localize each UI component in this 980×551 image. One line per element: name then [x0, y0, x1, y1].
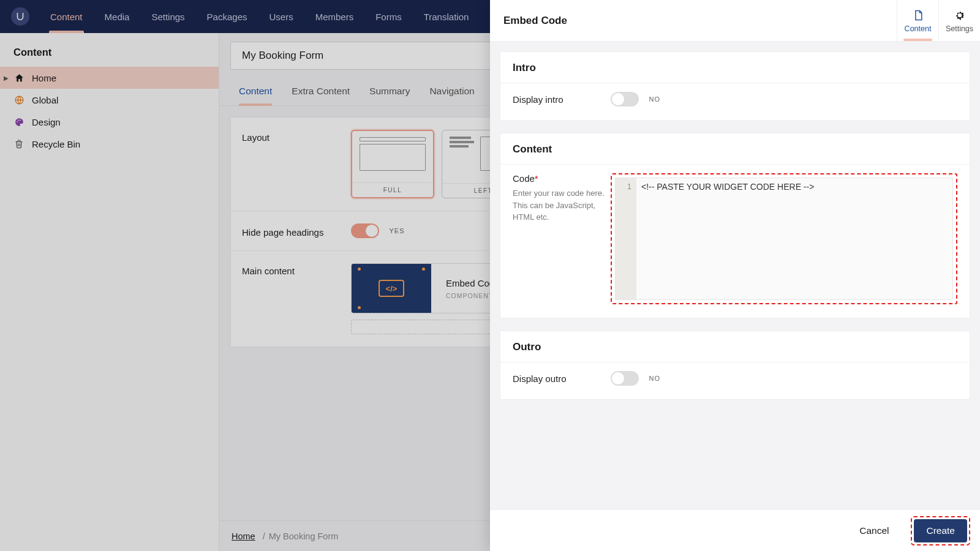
create-highlight-frame: Create [911, 516, 970, 545]
panel-tab-content[interactable]: Content [897, 0, 938, 41]
display-intro-label: Display intro [513, 94, 611, 105]
group-outro: Outro Display outro NO [500, 331, 970, 400]
display-outro-value: NO [649, 375, 660, 382]
content-heading: Content [500, 133, 970, 164]
panel-tab-label: Settings [946, 24, 973, 33]
code-highlight-frame: 1 <!-- PASTE YOUR WIDGET CODE HERE --> [611, 173, 957, 304]
panel-body: Intro Display intro NO Content Code* Ent… [490, 42, 980, 509]
display-outro-toggle[interactable] [611, 371, 639, 386]
slideout-panel: Embed Code Content Settings Intro Displa… [490, 0, 980, 551]
code-label: Code [513, 173, 535, 184]
outro-heading: Outro [500, 331, 970, 362]
group-intro: Intro Display intro NO [500, 51, 970, 121]
code-help: Enter your raw code here. This can be Ja… [513, 187, 605, 223]
gear-icon [954, 9, 966, 22]
intro-heading: Intro [500, 52, 970, 83]
cancel-button[interactable]: Cancel [847, 519, 901, 542]
panel-title: Embed Code [490, 15, 567, 27]
panel-tab-settings[interactable]: Settings [938, 0, 980, 41]
display-intro-value: NO [649, 96, 660, 103]
code-editor[interactable]: 1 <!-- PASTE YOUR WIDGET CODE HERE --> [615, 178, 953, 300]
code-gutter: 1 [616, 178, 636, 299]
panel-header: Embed Code Content Settings [490, 0, 980, 42]
display-intro-toggle[interactable] [611, 92, 639, 107]
panel-footer: Cancel Create [490, 509, 980, 551]
panel-tab-label: Content [905, 24, 932, 33]
create-button[interactable]: Create [914, 519, 967, 542]
document-icon [912, 9, 924, 22]
code-content[interactable]: <!-- PASTE YOUR WIDGET CODE HERE --> [636, 178, 819, 299]
group-content: Content Code* Enter your raw code here. … [500, 133, 970, 318]
required-marker: * [535, 173, 538, 184]
display-outro-label: Display outro [513, 373, 611, 384]
